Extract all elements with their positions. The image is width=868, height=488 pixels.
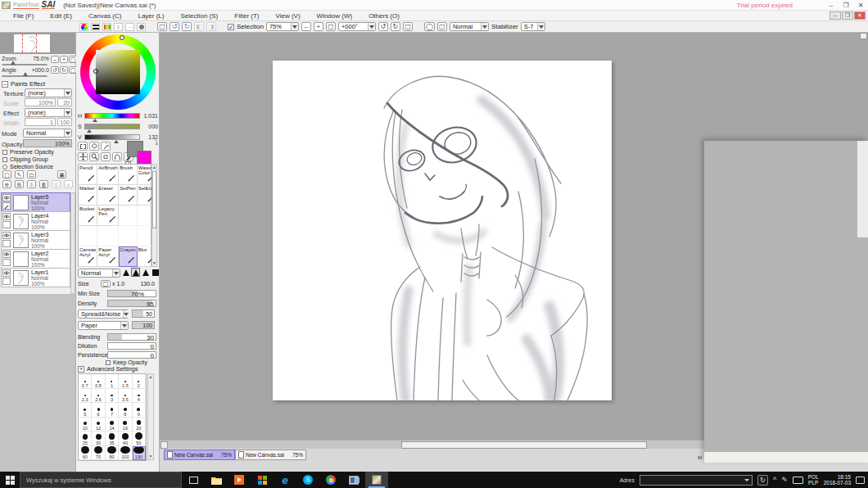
lines-icon[interactable]: ≡ — [114, 23, 123, 31]
angle-combo[interactable]: +000° — [338, 22, 376, 31]
saturation-value-square[interactable] — [96, 50, 140, 94]
brush-shape-soft-icon[interactable] — [122, 269, 129, 276]
skype-button[interactable]: S — [296, 472, 319, 488]
mdi-close-button[interactable]: ✕ — [854, 11, 866, 20]
hue-marker[interactable] — [120, 35, 124, 40]
scroll-left-button[interactable] — [160, 441, 168, 449]
checkbox[interactable] — [2, 150, 7, 155]
tool-cell[interactable]: Bucket — [79, 206, 97, 226]
tool-cell[interactable] — [79, 226, 97, 246]
redo-button[interactable]: ↻ — [182, 22, 192, 31]
tool-cell[interactable] — [97, 226, 119, 246]
menu-item[interactable]: Filter (T) — [226, 12, 267, 20]
keep-opacity-checkbox[interactable] — [106, 360, 111, 365]
tool-cell[interactable]: Pencil — [79, 165, 97, 185]
layer-row[interactable]: Layer5 Normal 100% — [1, 192, 70, 212]
minimize-button[interactable]: – — [824, 1, 839, 10]
minsize-bar[interactable]: 70% — [107, 290, 156, 297]
menu-item[interactable]: Others (O) — [360, 12, 408, 20]
canvas-tab[interactable]: New Canvas.sai 75% — [164, 450, 235, 460]
app-button-8[interactable] — [342, 472, 365, 488]
rotate-view-icon[interactable]: Ω — [101, 152, 111, 161]
vertical-scrollbar-button[interactable] — [860, 33, 867, 39]
brush-size-preset[interactable]: 5 — [79, 403, 92, 418]
layer-row[interactable]: Layer1 Normal 100% — [1, 268, 70, 287]
zoom-reset-button[interactable]: ▢ — [326, 22, 336, 31]
store-button[interactable] — [251, 472, 274, 488]
edge-button[interactable]: e — [274, 472, 296, 488]
rotate-ccw-button[interactable]: ↺ — [378, 22, 388, 31]
brush-size-preset[interactable]: 16 — [119, 418, 132, 432]
brush-size-preset[interactable]: 7 — [106, 403, 119, 418]
quick-panel-button[interactable]: ▢ — [157, 22, 167, 31]
nav-zoom-in-button[interactable]: + — [60, 56, 68, 63]
copy-layer-icon[interactable]: ⊕ — [2, 180, 11, 188]
brush-size-scrollbar[interactable]: ▲▼ — [147, 373, 154, 460]
brush-blend-combo[interactable]: Normal — [78, 269, 120, 278]
paper-bar[interactable]: 100 — [132, 321, 155, 329]
zoom-combo[interactable]: 75% — [266, 22, 299, 31]
menu-item[interactable]: Selection (S) — [172, 12, 226, 20]
clip-icon[interactable]: ⧈ — [64, 180, 73, 188]
blending-bar[interactable]: 30 — [107, 333, 156, 341]
action-center-icon[interactable] — [856, 477, 865, 484]
rect-select-icon[interactable] — [78, 142, 88, 151]
eye-preview-icon[interactable] — [137, 23, 146, 31]
lasso-icon[interactable] — [89, 142, 99, 151]
brush-size-preset[interactable]: 0.7 — [79, 374, 92, 389]
brush-size-preset[interactable]: 25 — [79, 432, 92, 446]
menu-item[interactable]: View (V) — [267, 12, 308, 20]
expand-icon[interactable]: + — [78, 366, 84, 373]
nav-zoom-slider[interactable] — [2, 64, 47, 66]
scrollbar-thumb[interactable] — [401, 441, 647, 449]
tool-cell[interactable]: SelPen — [119, 185, 137, 206]
history-forward-button[interactable]: ◨ — [206, 22, 216, 31]
stabilizer-combo[interactable]: S-7 — [521, 22, 545, 31]
layer-visibility-toggle[interactable] — [2, 213, 11, 220]
tool-cell[interactable]: Legacy Pen — [97, 206, 119, 226]
brush-size-preset[interactable]: 8 — [119, 403, 132, 418]
new-sketch-layer-icon[interactable]: ✎ — [15, 170, 24, 178]
clock[interactable]: 18:15 2018-07-03 — [824, 474, 851, 486]
move-icon[interactable] — [78, 152, 88, 161]
brush-size-preset[interactable]: 20 — [133, 418, 146, 432]
touch-keyboard-icon[interactable] — [793, 477, 803, 484]
brush-size-preset[interactable]: 12 — [92, 418, 105, 432]
checkbox[interactable] — [2, 157, 7, 162]
saturation-slider[interactable] — [84, 124, 140, 129]
task-view-button[interactable] — [182, 472, 205, 488]
layer-list-scrollbar[interactable] — [70, 192, 75, 294]
tool-cell[interactable]: Eraser — [97, 185, 119, 206]
taskbar-search-input[interactable] — [20, 472, 182, 488]
menu-item[interactable]: Window (W) — [309, 12, 361, 20]
layer-option-row[interactable]: Clipping Group — [2, 156, 54, 163]
brush-size-preset[interactable]: 130 — [133, 446, 146, 461]
start-button[interactable] — [0, 472, 20, 488]
brush-size-preset[interactable]: 3 — [106, 389, 119, 404]
file-explorer-button[interactable] — [205, 472, 228, 488]
tool-cell[interactable]: AirBrush — [97, 165, 119, 185]
painttool-sai-button[interactable] — [365, 472, 388, 488]
brush-size-preset[interactable]: 14 — [106, 418, 119, 432]
brush-size-preset[interactable]: 60 — [79, 446, 92, 461]
brush-size-preset[interactable]: 4 — [133, 389, 146, 404]
menu-item[interactable]: File (F) — [5, 12, 42, 20]
chrome-button[interactable] — [319, 472, 342, 488]
layer-option-row[interactable]: Selection Source — [2, 163, 54, 170]
zoom-tool-icon[interactable] — [89, 152, 99, 161]
language-indicator[interactable]: POL PLP — [808, 474, 819, 486]
dotted-grid-icon[interactable]: ⋯ — [125, 23, 134, 31]
panel-mode-icon[interactable]: ▣ — [57, 170, 66, 178]
flip-button[interactable]: ◯ — [424, 22, 435, 31]
swap-colors-icon[interactable]: ⤵ — [155, 139, 158, 147]
checkbox[interactable] — [2, 165, 7, 169]
undo-button[interactable]: ↺ — [170, 22, 179, 31]
brush-size-preset[interactable]: 35 — [106, 432, 119, 446]
layer-row[interactable]: Layer4 Normal 100% — [1, 211, 70, 231]
effect-combo[interactable]: (none) — [25, 108, 72, 117]
nav-rotate-ccw-button[interactable]: ↺ — [51, 66, 59, 74]
layer-opacity-bar[interactable]: 100% — [23, 139, 72, 147]
brush-size-preset[interactable]: 6 — [92, 403, 105, 418]
paste-layer-icon[interactable]: ⊞ — [15, 180, 24, 188]
navigator-preview[interactable] — [0, 33, 75, 54]
